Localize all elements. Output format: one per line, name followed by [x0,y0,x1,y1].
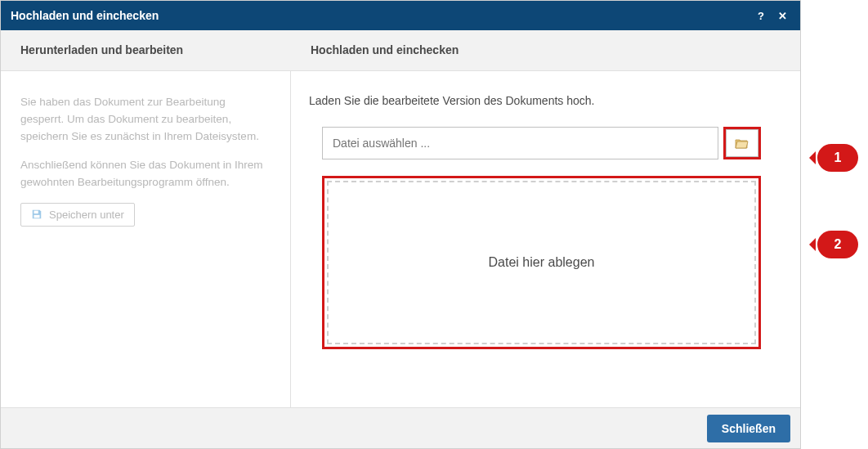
file-path-input[interactable] [322,127,718,159]
open-info-text: Anschließend können Sie das Dokument in … [20,157,271,191]
annotation-callout-1: 1 [817,144,858,172]
subheader-download-edit: Herunterladen und bearbeiten [1,30,291,70]
lock-info-text: Sie haben das Dokument zur Bearbeitung g… [20,94,271,146]
titlebar: Hochladen und einchecken ? ✕ [1,1,800,30]
content-area: Sie haben das Dokument zur Bearbeitung g… [1,71,800,407]
save-as-label: Speichern unter [49,209,124,221]
dialog-title: Hochladen und einchecken [11,9,748,22]
svg-rect-0 [34,211,38,214]
callout-highlight-1 [723,127,761,159]
annotation-callout-2: 2 [817,231,858,258]
save-icon [31,209,43,220]
upload-checkin-dialog: Hochladen und einchecken ? ✕ Herunterlad… [0,0,801,449]
upload-instruction: Laden Sie die bearbeitete Version des Do… [309,94,774,107]
folder-open-icon [735,137,749,149]
dropzone-label: Datei hier ablegen [489,255,595,270]
help-icon[interactable]: ? [753,7,769,24]
left-panel: Sie haben das Dokument zur Bearbeitung g… [1,71,291,407]
file-dropzone[interactable]: Datei hier ablegen [327,181,756,344]
file-select-row [322,127,761,159]
right-panel: Laden Sie die bearbeitete Version des Do… [291,71,800,407]
subheader: Herunterladen und bearbeiten Hochladen u… [1,30,800,71]
subheader-upload-checkin: Hochladen und einchecken [291,30,800,70]
browse-button[interactable] [726,129,758,157]
save-as-button[interactable]: Speichern unter [20,203,135,227]
callout-highlight-2: Datei hier ablegen [322,176,761,349]
close-icon[interactable]: ✕ [774,7,790,24]
svg-rect-1 [34,215,40,218]
close-button[interactable]: Schließen [707,415,790,442]
dialog-footer: Schließen [1,407,800,448]
